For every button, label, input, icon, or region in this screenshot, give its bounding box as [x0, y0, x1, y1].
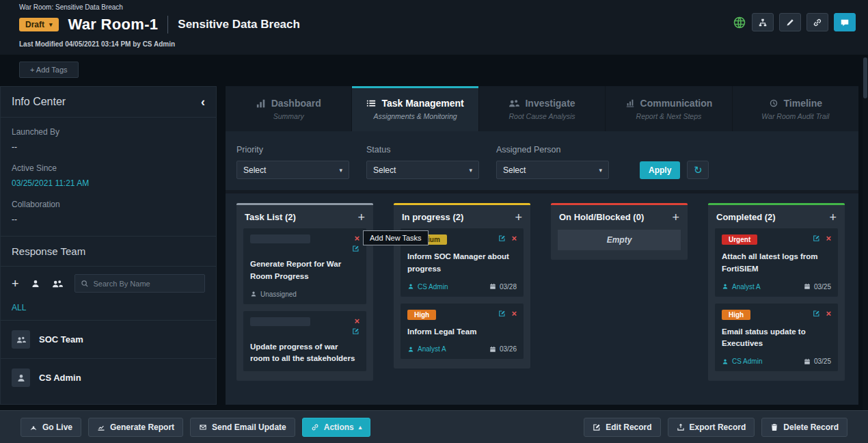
- chat-button[interactable]: [834, 13, 856, 31]
- person-avatar-icon: [12, 368, 30, 387]
- delete-task-icon[interactable]: ×: [354, 317, 360, 325]
- add-task-icon[interactable]: +: [829, 213, 837, 222]
- tab-dashboard[interactable]: Dashboard Summary: [226, 86, 351, 131]
- page-subtitle: Sensitive Data Breach: [178, 18, 300, 31]
- redacted-priority-badge: [250, 234, 310, 243]
- status-filter-label: Status: [366, 145, 479, 155]
- column-completed: Completed (2) + Urgent × Attach all late…: [708, 203, 845, 381]
- response-team-title: Response Team: [1, 236, 216, 267]
- task-assignee: Analyst A: [407, 345, 446, 353]
- team-filter-icon[interactable]: [52, 278, 63, 289]
- tab-communication[interactable]: Communication Report & Next Steps: [605, 86, 731, 131]
- export-record-button[interactable]: Export Record: [668, 418, 755, 437]
- apply-button[interactable]: Apply: [640, 161, 680, 179]
- edit-task-icon[interactable]: [498, 234, 506, 242]
- task-list-icon: [366, 98, 376, 108]
- team-avatar-icon: [12, 330, 30, 349]
- export-icon: [677, 423, 685, 431]
- tab-task-management[interactable]: Task Management Assignments & Monitoring: [351, 86, 478, 131]
- search-input[interactable]: [94, 280, 199, 288]
- add-tags-button[interactable]: + Add Tags: [19, 62, 79, 78]
- column-title: Completed (2): [716, 212, 776, 222]
- sitemap-button[interactable]: [752, 13, 774, 31]
- add-task-icon[interactable]: +: [515, 213, 522, 222]
- task-card[interactable]: High × Inform Legal Team Analyst A: [401, 304, 524, 360]
- tab-bar: Dashboard Summary Task Management Assign…: [226, 86, 858, 131]
- scrollbar-thumb[interactable]: [863, 57, 867, 98]
- column-title: On Hold/Blocked (0): [559, 212, 644, 222]
- report-icon: [97, 423, 105, 431]
- member-row-cs-admin[interactable]: CS Admin: [1, 358, 216, 397]
- status-select[interactable]: Select ▾: [366, 161, 479, 179]
- task-title: Email status update to Executives: [722, 326, 831, 351]
- generate-report-button[interactable]: Generate Report: [88, 418, 183, 437]
- calendar-icon: [489, 283, 496, 290]
- tab-investigate[interactable]: Investigate Root Cause Analysis: [478, 86, 605, 131]
- filter-all-link[interactable]: ALL: [1, 298, 216, 320]
- add-member-icon[interactable]: +: [12, 279, 19, 288]
- communication-icon: [625, 98, 635, 108]
- edit-task-icon[interactable]: [352, 327, 360, 335]
- field-label: Collaboration: [12, 200, 205, 209]
- edit-task-icon[interactable]: [813, 234, 820, 242]
- task-assignee: Unassigned: [250, 291, 297, 298]
- person-icon: [407, 346, 414, 353]
- main-panel: Dashboard Summary Task Management Assign…: [226, 86, 858, 405]
- status-badge-label: Draft: [25, 20, 44, 29]
- filter-bar: Priority Select ▾ Status Select ▾ Assign…: [226, 131, 858, 190]
- go-live-icon: [29, 423, 38, 431]
- delete-task-icon[interactable]: ×: [826, 234, 831, 242]
- priority-select[interactable]: Select ▾: [236, 161, 349, 179]
- caret-up-icon: ▴: [359, 424, 362, 431]
- task-card[interactable]: × Update progress of war room to all the…: [243, 311, 366, 372]
- actions-button[interactable]: Actions ▴: [302, 418, 371, 437]
- war-room-page: War Room: Sensitive Data Breach Draft ▾ …: [0, 0, 868, 443]
- link-icon: [311, 423, 319, 431]
- task-card[interactable]: High × Email status update to Executives…: [715, 304, 838, 372]
- delete-task-icon[interactable]: ×: [826, 310, 831, 317]
- delete-task-icon[interactable]: ×: [511, 234, 517, 242]
- member-row-soc-team[interactable]: SOC Team: [1, 320, 216, 358]
- task-card[interactable]: × Generate Report for War Room Progress …: [243, 228, 366, 304]
- priority-badge: High: [722, 310, 750, 320]
- send-email-update-button[interactable]: Send Email Update: [190, 418, 295, 437]
- live-status-icon: [733, 16, 746, 29]
- delete-task-icon[interactable]: ×: [511, 310, 517, 317]
- add-task-icon[interactable]: +: [672, 213, 679, 222]
- priority-badge: Urgent: [722, 234, 757, 245]
- task-card[interactable]: Urgent × Attach all latest logs from For…: [715, 228, 838, 297]
- edit-header-button[interactable]: [779, 13, 801, 31]
- task-title: Generate Report for War Room Progress: [250, 258, 360, 283]
- edit-task-icon[interactable]: [352, 245, 360, 252]
- status-badge[interactable]: Draft ▾: [19, 18, 59, 31]
- add-task-icon[interactable]: +: [357, 213, 365, 222]
- caret-down-icon: ▾: [599, 167, 602, 174]
- column-title: In progress (2): [402, 212, 463, 222]
- member-search: [74, 274, 205, 293]
- refresh-button[interactable]: ↻: [687, 161, 709, 179]
- title-divider: [167, 16, 168, 33]
- investigate-icon: [508, 98, 519, 109]
- caret-down-icon: ▾: [49, 21, 53, 28]
- column-task-list: Task List (2) + × Generate Report for Wa…: [236, 203, 373, 381]
- last-modified-text: Last Modified 04/05/2021 03:14 PM by CS …: [19, 40, 868, 48]
- person-filter-icon[interactable]: [31, 279, 40, 288]
- task-title: Update progress of war room to all the s…: [250, 341, 360, 366]
- edit-task-icon[interactable]: [813, 310, 820, 317]
- column-on-hold: On Hold/Blocked (0) + Empty: [551, 203, 688, 260]
- delete-task-icon[interactable]: ×: [354, 234, 360, 242]
- go-live-button[interactable]: Go Live: [21, 418, 81, 437]
- field-value: 03/25/2021 11:21 AM: [12, 178, 205, 188]
- page-scrollbar[interactable]: [863, 57, 868, 410]
- collapse-panel-icon[interactable]: ‹: [201, 98, 205, 106]
- edit-record-button[interactable]: Edit Record: [584, 418, 660, 437]
- caret-down-icon: ▾: [469, 167, 472, 174]
- calendar-icon: [804, 358, 811, 365]
- assigned-select[interactable]: Select ▾: [496, 161, 609, 179]
- task-title: Inform Legal Team: [407, 326, 517, 338]
- person-icon: [407, 283, 414, 290]
- link-button[interactable]: [806, 13, 828, 31]
- tab-timeline[interactable]: Timeline War Room Audit Trail: [732, 86, 858, 131]
- delete-record-button[interactable]: Delete Record: [761, 418, 847, 437]
- edit-task-icon[interactable]: [498, 310, 506, 317]
